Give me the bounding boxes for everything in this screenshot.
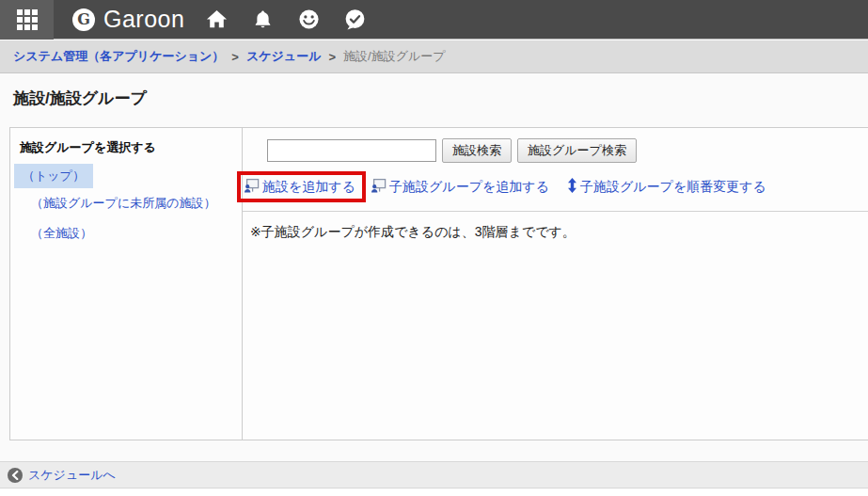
- search-input[interactable]: [267, 139, 436, 162]
- sidebar-header: 施設グループを選択する: [10, 139, 242, 164]
- actions-divider: [243, 211, 868, 212]
- breadcrumb-separator: >: [231, 50, 239, 64]
- add-facility-label: 施設を追加する: [262, 179, 355, 196]
- add-facility-icon: [244, 178, 260, 196]
- content-panel: 施設グループを選択する （トップ） （施設グループに未所属の施設） （全施設） …: [9, 127, 868, 440]
- sidebar-item-all-facilities[interactable]: （全施設）: [10, 218, 242, 248]
- breadcrumb-separator: >: [328, 50, 336, 64]
- reorder-child-facility-group-link[interactable]: 子施設グループを順番変更する: [567, 178, 766, 196]
- breadcrumb-current-page: 施設/施設グループ: [343, 48, 446, 65]
- reorder-up-down-arrow-icon: [567, 178, 577, 196]
- footer-bar: スケジュールへ: [0, 461, 868, 488]
- facility-search-button[interactable]: 施設検索: [442, 138, 512, 163]
- add-child-facility-group-label: 子施設グループを追加する: [389, 179, 549, 196]
- facility-group-search-button[interactable]: 施設グループ検索: [517, 138, 637, 163]
- topbar-icons: [205, 8, 366, 31]
- breadcrumb-schedule-link[interactable]: スケジュール: [246, 48, 322, 65]
- search-row: 施設検索 施設グループ検索: [243, 138, 868, 163]
- app-launcher-button[interactable]: [0, 0, 54, 40]
- hierarchy-note: ※子施設グループが作成できるのは、3階層までです。: [250, 224, 868, 241]
- add-child-facility-group-link[interactable]: 子施設グループを追加する: [371, 178, 549, 196]
- profile-check-icon[interactable]: [343, 8, 366, 31]
- facility-group-sidebar: 施設グループを選択する （トップ） （施設グループに未所属の施設） （全施設）: [10, 128, 243, 440]
- bottom-strip: [0, 489, 868, 496]
- back-circle-icon[interactable]: [8, 468, 23, 483]
- main-area: 施設検索 施設グループ検索 施設を追加する: [243, 128, 868, 440]
- topbar: G Garoon: [0, 0, 868, 40]
- breadcrumb: システム管理（各アプリケーション） > スケジュール > 施設/施設グループ: [0, 40, 868, 73]
- sidebar-item-top[interactable]: （トップ）: [14, 164, 93, 188]
- add-facility-link[interactable]: 施設を追加する: [244, 178, 355, 196]
- garoon-admin-screen: G Garoon: [0, 0, 868, 496]
- breadcrumb-system-admin-link[interactable]: システム管理（各アプリケーション）: [13, 48, 224, 65]
- smiley-icon[interactable]: [297, 8, 320, 31]
- highlight-red-box: 施設を追加する: [237, 171, 366, 202]
- page-title: 施設/施設グループ: [13, 88, 147, 109]
- garoon-logo-badge: G: [72, 8, 95, 31]
- garoon-logo-text: Garoon: [103, 6, 184, 33]
- notification-bell-icon[interactable]: [251, 8, 274, 31]
- sidebar-item-unassigned-facilities[interactable]: （施設グループに未所属の施設）: [10, 188, 242, 218]
- reorder-child-facility-group-label: 子施設グループを順番変更する: [580, 179, 766, 196]
- home-icon[interactable]: [205, 8, 228, 31]
- garoon-logo[interactable]: G Garoon: [72, 6, 184, 33]
- add-child-facility-group-icon: [371, 178, 387, 196]
- app-launcher-grid-icon: [17, 9, 38, 30]
- back-to-schedule-link[interactable]: スケジュールへ: [28, 467, 116, 484]
- actions-row: 施設を追加する 子施設グループを追加する: [243, 171, 868, 202]
